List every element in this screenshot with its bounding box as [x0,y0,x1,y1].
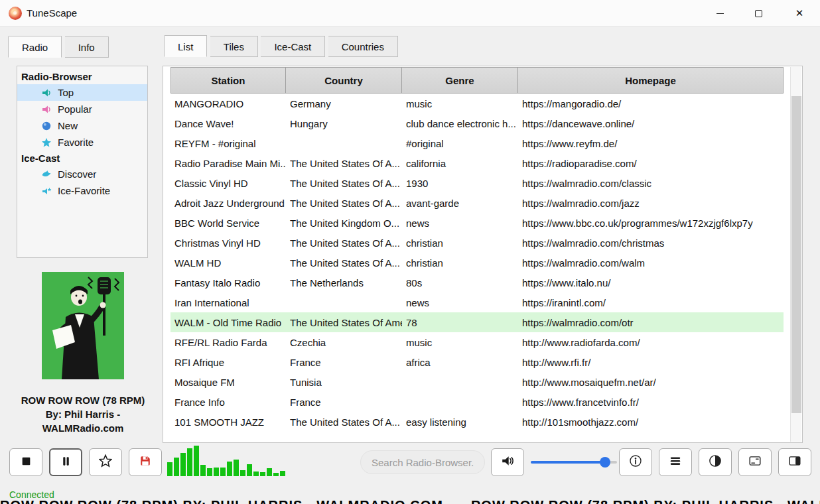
close-button[interactable]: ✕ [784,0,815,27]
cell-station[interactable]: BBC World Service [171,213,286,233]
tab-info[interactable]: Info [65,36,109,58]
cell-genre[interactable]: 80s [402,273,518,292]
cell-homepage[interactable]: https://walmradio.com/christmas [518,233,784,253]
tab-countries[interactable]: Countries [328,36,398,57]
cell-genre[interactable]: news [402,213,518,233]
cell-station[interactable]: Classic Vinyl HD [171,173,286,193]
table-row[interactable]: Dance Wave!Hungaryclub dance electronic … [171,113,784,133]
cell-country[interactable]: Germany [286,94,402,113]
cell-country[interactable]: The United States Of A... [286,233,402,253]
cell-station[interactable]: Radio Paradise Main Mi... [171,153,286,173]
cell-station[interactable]: RFI Afrique [171,352,286,372]
cell-genre[interactable]: christian [402,253,518,273]
cell-homepage[interactable]: https://www.bbc.co.uk/programmes/w172xzj… [518,213,784,233]
mute-button[interactable] [491,448,524,476]
cell-station[interactable]: WALM HD [171,253,286,273]
theme-toggle-button[interactable] [699,448,732,476]
cell-country[interactable]: The United Kingdom O... [286,213,402,233]
cell-homepage[interactable]: https://www.italo.nu/ [518,273,784,292]
cell-country[interactable]: The Netherlands [286,273,402,292]
volume-slider[interactable] [531,448,617,476]
cell-genre[interactable] [402,372,518,392]
search-input[interactable] [361,451,484,473]
cell-genre[interactable]: 78 [402,312,518,332]
minimize-button[interactable] [705,0,735,27]
tree-item-popular[interactable]: Popular [17,101,147,117]
cell-genre[interactable]: music [402,332,518,352]
cell-homepage[interactable]: https://iranintl.com/ [518,292,784,312]
cell-station[interactable]: REYFM - #original [171,133,286,153]
volume-handle[interactable] [600,457,610,468]
cell-station[interactable]: RFE/RL Radio Farda [171,332,286,352]
cell-country[interactable]: The United States Of A... [286,153,402,173]
cell-genre[interactable]: club dance electronic h... [402,113,518,133]
stop-button[interactable] [9,448,42,476]
cell-country[interactable] [286,292,402,312]
cell-country[interactable]: The United States Of A... [286,173,402,193]
table-row[interactable]: France InfoFrancehttps://www.francetvinf… [171,392,784,412]
save-button[interactable] [129,448,162,476]
cell-station[interactable]: Mosaique FM [171,372,286,392]
maximize-button[interactable] [743,0,774,27]
info-button[interactable] [619,448,652,476]
cell-station[interactable]: MANGORADIO [171,94,286,113]
table-row[interactable]: REYFM - #original#originalhttps://www.re… [171,133,784,153]
table-row[interactable]: Fantasy Italo RadioThe Netherlands80shtt… [171,273,784,292]
cell-homepage[interactable]: https://walmradio.com/otr [518,312,784,332]
cell-homepage[interactable]: http://101smoothjazz.com/ [518,412,784,432]
cell-country[interactable]: The United States Of A... [286,193,402,213]
tab-radio[interactable]: Radio [8,36,62,58]
cell-genre[interactable]: #original [402,133,518,153]
equalizer-window-button[interactable] [738,448,772,476]
cell-country[interactable]: The United States Of A... [286,253,402,273]
column-header-station[interactable]: Station [171,67,286,94]
tab-tiles[interactable]: Tiles [210,36,258,57]
cell-homepage[interactable]: http://www.radiofarda.com/ [518,332,784,352]
cell-genre[interactable]: news [402,292,518,312]
table-row[interactable]: Classic Vinyl HDThe United States Of A..… [171,173,784,193]
tree-item-top[interactable]: Top [17,84,147,101]
table-row[interactable]: 101 SMOOTH JAZZThe United States Of A...… [171,412,784,432]
cell-station[interactable]: WALM - Old Time Radio [171,312,286,332]
tree-item-discover[interactable]: Discover [17,166,147,182]
cell-genre[interactable]: christian [402,233,518,253]
table-row[interactable]: WALM - Old Time RadioThe United States O… [171,312,784,332]
cell-station[interactable]: 101 SMOOTH JAZZ [171,412,286,432]
table-row[interactable]: RFE/RL Radio FardaCzechiamusichttp://www… [171,332,784,352]
cell-genre[interactable] [402,392,518,412]
cell-country[interactable]: France [286,352,402,372]
table-row[interactable]: Mosaique FMTunisiahttp://www.mosaiquefm.… [171,372,784,392]
table-row[interactable]: Iran Internationalnewshttps://iranintl.c… [171,292,784,312]
table-row[interactable]: BBC World ServiceThe United Kingdom O...… [171,213,784,233]
cell-country[interactable] [286,133,402,153]
tab-list[interactable]: List [164,35,207,57]
tree-item-favorite[interactable]: Favorite [17,134,147,151]
column-header-country[interactable]: Country [286,67,402,94]
menu-button[interactable] [659,448,692,476]
cell-country[interactable]: Tunisia [286,372,402,392]
table-row[interactable]: MANGORADIOGermanymusichttps://mangoradio… [171,94,784,113]
pause-button[interactable] [49,448,82,476]
table-scrollbar[interactable] [790,67,801,442]
cell-country[interactable]: Hungary [286,113,402,133]
favorite-button[interactable] [89,448,122,476]
tree-item-new[interactable]: New [17,117,147,134]
cell-country[interactable]: The United States Of A... [286,412,402,432]
cell-station[interactable]: France Info [171,392,286,412]
cell-country[interactable]: The United States Of Ame [286,312,402,332]
cell-genre[interactable]: africa [402,352,518,372]
tab-ice-cast[interactable]: Ice-Cast [261,36,325,57]
cell-homepage[interactable]: https://radioparadise.com/ [518,153,784,173]
cell-homepage[interactable]: https://mangoradio.de/ [518,94,784,113]
cell-station[interactable]: Fantasy Italo Radio [171,273,286,292]
cell-genre[interactable]: music [402,94,518,113]
cell-station[interactable]: Christmas Vinyl HD [171,233,286,253]
table-row[interactable]: Radio Paradise Main Mi...The United Stat… [171,153,784,173]
cell-country[interactable]: Czechia [286,332,402,352]
cell-homepage[interactable]: https://www.francetvinfo.fr/ [518,392,784,412]
cell-homepage[interactable]: https://walmradio.com/jazz [518,193,784,213]
cell-station[interactable]: Iran International [171,292,286,312]
cell-homepage[interactable]: http://www.mosaiquefm.net/ar/ [518,372,784,392]
column-header-genre[interactable]: Genre [402,67,518,94]
table-row[interactable]: Adroit Jazz UndergroundThe United States… [171,193,784,213]
